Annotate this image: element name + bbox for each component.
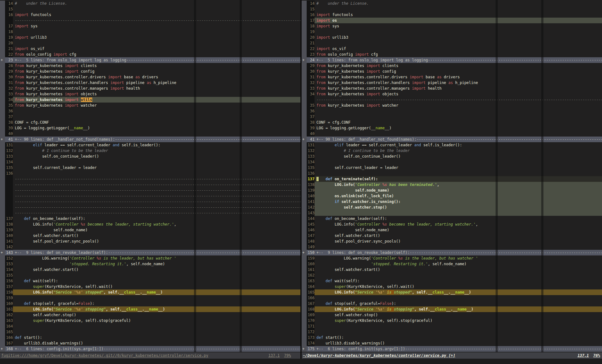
code-line[interactable]: 132 # I continue to be the leader xyxy=(0,148,300,154)
fold-marker-icon[interactable]: + xyxy=(302,137,307,142)
code-line[interactable]: 141 if self.watcher.is_running(): xyxy=(302,199,602,204)
code-line[interactable]: 136 xyxy=(302,171,602,176)
code-line[interactable]: 156 def wait(self): xyxy=(0,278,300,284)
code-line[interactable]: 173def start(): xyxy=(302,335,602,340)
diff-filler-line[interactable]: ----------------------------------------… xyxy=(0,199,300,204)
code-line[interactable]: 16import functools xyxy=(0,12,300,18)
code-line[interactable]: 134 xyxy=(0,159,300,165)
code-line[interactable]: 133 self.on_continue_leader() xyxy=(302,154,602,159)
code-line[interactable]: 174 urllib3.disable_warnings() xyxy=(302,340,602,346)
code-line[interactable]: 29from kuryr_kubernetes import clients xyxy=(302,63,602,69)
code-line[interactable]: 162 xyxy=(302,272,602,278)
code-line[interactable]: 167 def stop(self, graceful=False): xyxy=(302,301,602,306)
code-line[interactable]: 38CONF = cfg.CONF xyxy=(302,120,602,125)
fold-line[interactable]: +23+-- 5 lines: from oslo_log import log… xyxy=(0,57,300,63)
code-line[interactable]: 21 xyxy=(302,40,602,46)
fold-marker-icon[interactable]: + xyxy=(0,137,5,142)
code-line[interactable]: 38CONF = cfg.CONF xyxy=(0,120,300,125)
code-line[interactable]: 159 xyxy=(0,295,300,301)
code-line[interactable]: 29from kuryr_kubernetes import config xyxy=(0,69,300,74)
diff-filler-line[interactable]: ----------------------------------------… xyxy=(302,97,602,103)
code-line[interactable]: 155 xyxy=(0,272,300,278)
code-line[interactable]: 34from kuryr_kubernetes import utils xyxy=(0,97,300,103)
code-line[interactable]: 20 xyxy=(0,40,300,46)
code-line[interactable]: 33from kuryr_kubernetes import objects xyxy=(0,91,300,97)
code-line[interactable]: 169 self.watcher.stop() xyxy=(302,312,602,318)
fold-line[interactable]: +24+-- 5 lines: from oslo_log import log… xyxy=(302,57,602,63)
fold-marker-icon[interactable]: + xyxy=(302,346,307,352)
code-line[interactable]: 139 self.node_name) xyxy=(0,227,300,233)
code-line[interactable]: 35from kuryr_kubernetes import watcher xyxy=(0,103,300,108)
code-line[interactable]: 160 'stopped. Restarting it.', self.node… xyxy=(302,261,602,267)
code-line[interactable]: 164 xyxy=(0,323,300,329)
code-line[interactable]: 15 xyxy=(302,6,602,12)
fold-marker-icon[interactable]: + xyxy=(0,346,5,352)
code-line[interactable]: 40 xyxy=(0,131,300,137)
code-line[interactable]: 166 xyxy=(302,295,602,301)
code-line[interactable]: 16import functools xyxy=(302,12,602,18)
code-line[interactable]: 32from kuryr_kubernetes.controller.handl… xyxy=(302,80,602,86)
code-line[interactable]: 37 xyxy=(302,114,602,120)
code-line[interactable]: 135 self.current_leader = leader xyxy=(302,165,602,171)
code-line[interactable]: 162 self.watcher.stop() xyxy=(0,312,300,318)
code-line[interactable]: 140 self.watcher.start() xyxy=(0,233,300,238)
code-line[interactable]: 22from oslo_config import cfg xyxy=(0,52,300,57)
code-line[interactable]: 137 def on_terminate(self): xyxy=(302,176,602,182)
code-line[interactable]: 167 urllib3.disable_warnings() xyxy=(0,340,300,346)
code-line[interactable]: 146 self.node_name) xyxy=(302,227,602,233)
code-line[interactable]: 136 xyxy=(0,171,300,176)
code-line[interactable]: 154 self.watcher.start() xyxy=(0,267,300,272)
code-line[interactable]: 37 xyxy=(0,114,300,120)
code-line[interactable]: 163 super(KuryrK8sService, self).stop(gr… xyxy=(0,318,300,323)
code-line[interactable]: 144 def on_become_leader(self): xyxy=(302,216,602,221)
code-line[interactable]: 32from kuryr_kubernetes.controller.manag… xyxy=(0,86,300,91)
code-line[interactable]: 165 LOG.info("Service '%s' is stopped", … xyxy=(302,289,602,295)
code-line[interactable]: 18 xyxy=(0,29,300,35)
code-line[interactable]: 17import os xyxy=(302,18,602,23)
code-line[interactable]: 158 LOG.info("Service '%s' stopped", sel… xyxy=(0,289,300,295)
code-line[interactable]: 142 self.watcher.stop() xyxy=(302,204,602,210)
code-line[interactable]: 138 LOG.info('Controller %s has been ter… xyxy=(302,182,602,188)
code-line[interactable]: 14# under the License. xyxy=(302,1,602,6)
code-line[interactable]: 138 LOG.info('Controller %s becomes the … xyxy=(0,221,300,227)
statusline-inactive[interactable]: fugitive:///home/gryf/Devel/kuryr-kubern… xyxy=(0,352,300,359)
code-line[interactable]: 139 self.node_name) xyxy=(302,188,602,193)
code-line[interactable]: 153 'stopped. Restarting it.', self.node… xyxy=(0,261,300,267)
code-line[interactable]: 14# under the License. xyxy=(0,1,300,6)
code-line[interactable]: 39LOG = logging.getLogger(__name__) xyxy=(0,125,300,131)
code-line[interactable]: 33from kuryr_kubernetes.controller.manag… xyxy=(302,86,602,91)
code-line[interactable]: 135 self.current_leader = leader xyxy=(0,165,300,171)
code-line[interactable]: 134 xyxy=(302,159,602,165)
fold-line[interactable]: +143+-- 9 lines: def on_revoke_leader(se… xyxy=(0,250,300,255)
code-line[interactable]: 143 xyxy=(302,210,602,216)
code-line[interactable]: 19 xyxy=(302,29,602,35)
diff-filler-line[interactable]: ----------------------------------------… xyxy=(0,210,300,216)
code-line[interactable]: 142 xyxy=(0,244,300,250)
code-line[interactable]: 35from kuryr_kubernetes import watcher xyxy=(302,103,602,108)
fold-marker-icon[interactable]: + xyxy=(302,57,307,63)
code-line[interactable]: 165 xyxy=(0,329,300,335)
code-line[interactable]: 152 LOG.warning('Controller %s is the le… xyxy=(0,255,300,261)
diff-filler-line[interactable]: ----------------------------------------… xyxy=(0,193,300,199)
diff-pane-left[interactable]: 14# under the License. 15 16import funct… xyxy=(0,0,300,352)
code-line[interactable]: 36 xyxy=(302,108,602,114)
code-line[interactable]: 163 def wait(self): xyxy=(302,278,602,284)
fold-marker-icon[interactable]: + xyxy=(302,250,307,255)
code-line[interactable]: 157 super(KuryrK8sService, self).wait() xyxy=(0,284,300,289)
code-line[interactable]: 21import os_vif xyxy=(0,46,300,52)
code-line[interactable]: 164 super(KuryrK8sService, self).wait() xyxy=(302,284,602,289)
code-line[interactable]: 28from kuryr_kubernetes import clients xyxy=(0,63,300,69)
fold-line[interactable]: +41+-- 90 lines: def _handler_not_found(… xyxy=(302,137,602,142)
code-line[interactable]: 168 LOG.info("Service '%s' is stopping",… xyxy=(302,306,602,312)
fold-marker-icon[interactable]: + xyxy=(0,57,5,63)
code-line[interactable]: 137 def on_become_leader(self): xyxy=(0,216,300,221)
code-line[interactable]: 166def start(): xyxy=(0,335,300,340)
code-line[interactable]: 161 LOG.info("Service '%s' stopping", se… xyxy=(0,306,300,312)
code-line[interactable]: 149 xyxy=(302,244,602,250)
fold-line[interactable]: +41+-- 90 lines: def _handler_not_found(… xyxy=(0,137,300,142)
code-line[interactable]: 19import urllib3 xyxy=(0,35,300,40)
code-line[interactable]: 40 xyxy=(302,131,602,137)
code-line[interactable]: 161 self.watcher.start() xyxy=(302,267,602,272)
code-line[interactable]: 18import sys xyxy=(302,23,602,29)
code-line[interactable]: 22import os_vif xyxy=(302,46,602,52)
